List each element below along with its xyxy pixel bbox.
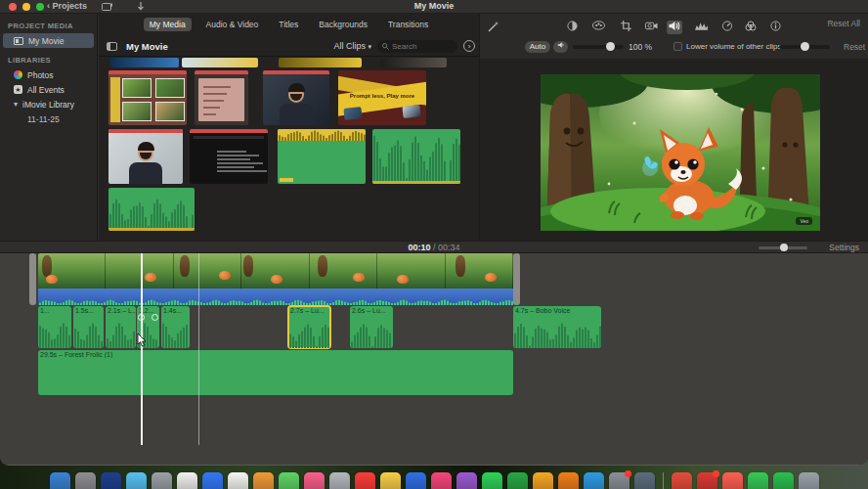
window-title: My Movie [0,1,868,11]
sidebar-toggle-icon[interactable] [107,42,117,51]
color-palette-icon[interactable] [590,21,606,34]
sidebar-item-my-movie[interactable]: My Movie [3,33,94,48]
viewer-area: Veo [480,59,868,241]
dock-icon-messages[interactable] [279,472,299,489]
reset-button[interactable]: Reset [844,42,865,52]
media-thumb-document[interactable] [195,70,248,125]
sidebar-item-all-events[interactable]: ★All Events [0,82,97,97]
dock-icon-app[interactable] [456,472,477,489]
media-thumb-terminal[interactable] [190,129,268,184]
dock-icon-app[interactable] [533,472,553,489]
sidebar-item-label: My Movie [28,36,64,46]
dock-icon-app[interactable] [697,472,717,489]
dock-icon-app[interactable] [609,472,629,489]
media-thumb-person[interactable] [263,70,329,125]
sidebar-item-11-11-25[interactable]: 11-11-25 [0,111,97,126]
tab-my-media[interactable]: My Media [144,18,192,31]
mute-button[interactable] [553,41,568,53]
dock-icon-app[interactable] [672,472,692,489]
audio-clip-label: 2.6s – Lu... [352,307,386,314]
tab-audio-video[interactable]: Audio & Video [200,18,265,31]
media-thumb-person[interactable] [108,129,183,184]
media-thumb-strip[interactable] [110,58,179,67]
tab-titles[interactable]: Titles [273,18,304,31]
audio-clip[interactable]: 4.7s – Bobo Voice [513,306,601,348]
speed-icon[interactable] [719,21,735,34]
dock-icon-app[interactable] [584,472,604,489]
mouse-cursor [137,333,147,351]
media-thumb-audio[interactable] [372,129,460,184]
volume-slider[interactable] [573,45,624,49]
dock-icon-app[interactable] [329,472,350,489]
dock-icon-photos[interactable] [228,472,248,489]
tab-backgrounds[interactable]: Backgrounds [313,18,373,31]
clip-filter-dropdown[interactable]: All Clips ▾ [333,41,371,51]
dock-icon-app[interactable] [253,472,274,489]
timeline-zoom-slider[interactable] [759,246,807,249]
dock-icon-notes[interactable] [380,472,401,489]
dock-icon-app[interactable] [634,472,655,489]
media-browser: My MediaAudio & VideoTitlesBackgroundsTr… [99,14,479,241]
dock-icon-app[interactable] [101,472,121,489]
audio-clip[interactable]: 1.5s... [73,306,104,348]
dock-icon-app[interactable] [507,472,528,489]
media-thumb-collage[interactable] [108,70,187,125]
volume-icon[interactable] [667,21,682,34]
browser-forward-icon[interactable]: › [463,40,475,52]
dock-icon-app[interactable] [406,472,426,489]
sidebar-item-imovie-library[interactable]: ▾iMovie Library [0,97,97,111]
filters-icon[interactable] [743,21,759,34]
dock-icon-app[interactable] [722,472,743,489]
audio-clip[interactable]: 1... [38,306,71,348]
tab-transitions[interactable]: Transitions [382,18,434,31]
media-thumb-strip[interactable] [279,58,362,67]
media-thumb-strip[interactable] [380,58,447,67]
dock-icon-app[interactable] [355,472,375,489]
clip-trim-handle-left[interactable] [29,253,36,305]
auto-volume-button[interactable]: Auto [525,41,550,53]
audio-clip[interactable]: 2.7s – Lu... [288,306,330,348]
audio-clip[interactable]: 2.6s – Lu... [350,306,393,348]
fade-handle[interactable] [152,314,158,321]
filmstrip-frame [241,253,309,289]
slide-title-text: Prompt less, Play more [338,93,426,99]
stabilization-icon[interactable] [643,21,659,34]
clip-trim-handle-right[interactable] [513,253,520,305]
sidebar-item-photos[interactable]: Photos [0,67,97,82]
imovie-window: ‹ Projects My Movie PROJECT MEDIA My Mov… [0,0,868,466]
dock-icon-trash[interactable] [799,472,819,489]
search-input[interactable]: Search [377,40,457,53]
wand-icon[interactable] [486,21,501,34]
dock-icon-app[interactable] [75,472,96,489]
noise-eq-icon[interactable] [693,21,709,34]
dock-icon-mail[interactable] [202,472,223,489]
contrast-icon[interactable] [564,21,580,34]
media-thumb-audio[interactable] [278,129,366,184]
dock-icon-app[interactable] [482,472,502,489]
audio-clip-label: 2.7s – Lu... [290,307,325,314]
dock-icon-app[interactable] [748,472,768,489]
lower-volume-slider[interactable] [779,45,830,49]
crop-icon[interactable] [618,21,633,34]
info-icon[interactable] [767,21,783,34]
dock-icon-app[interactable] [152,472,172,489]
lower-volume-checkbox[interactable] [673,42,682,51]
dock-icon-calendar[interactable] [177,472,197,489]
media-thumb-strip[interactable] [182,58,258,67]
audio-clip[interactable]: 1.4s... [161,306,190,348]
dock-icon-finder[interactable] [50,472,70,489]
video-clip-audio-band[interactable] [38,289,513,305]
volume-percent: 100 % [629,42,652,52]
dock-icon-app[interactable] [431,472,452,489]
dock-icon-app[interactable] [304,472,325,489]
timeline-settings-button[interactable]: Settings [829,243,859,252]
dock-icon-app[interactable] [126,472,147,489]
video-clip-filmstrip[interactable] [38,253,513,289]
media-thumb-audio[interactable] [108,188,195,231]
dock-icon-app[interactable] [558,472,579,489]
background-music-clip[interactable]: 29.5s – Forest Frolic (1) [38,350,513,395]
audio-clip[interactable]: 2.1s – L... [106,306,136,348]
media-thumb-slide[interactable]: Prompt less, Play more [338,70,426,125]
reset-all-button[interactable]: Reset All [827,19,860,28]
dock-icon-app[interactable] [773,472,794,489]
